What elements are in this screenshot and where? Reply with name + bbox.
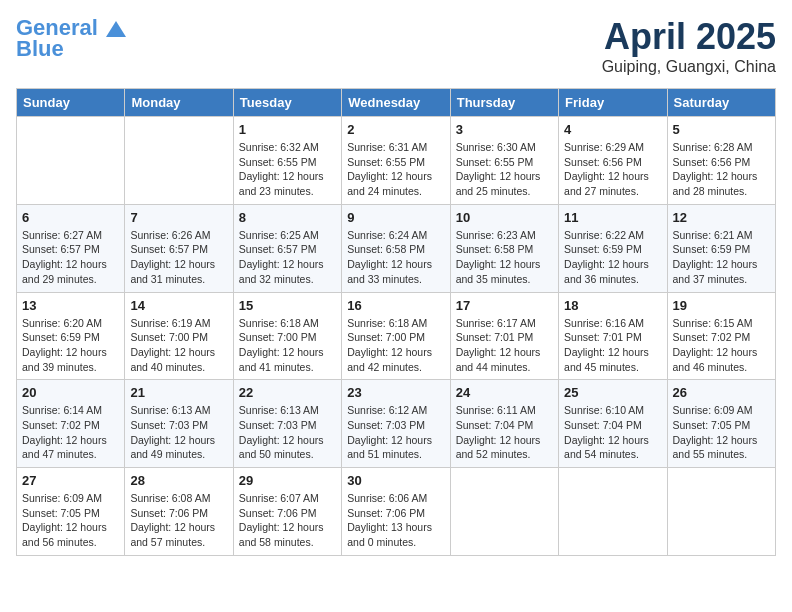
calendar-day-25: 25Sunrise: 6:10 AMSunset: 7:04 PMDayligh… (559, 380, 667, 468)
day-number: 17 (456, 298, 553, 313)
day-number: 14 (130, 298, 227, 313)
logo: General Blue (16, 16, 126, 62)
month-title: April 2025 (602, 16, 776, 58)
calendar-week-row: 13Sunrise: 6:20 AMSunset: 6:59 PMDayligh… (17, 292, 776, 380)
calendar-table: SundayMondayTuesdayWednesdayThursdayFrid… (16, 88, 776, 556)
day-info: Sunrise: 6:28 AMSunset: 6:56 PMDaylight:… (673, 140, 770, 199)
day-info: Sunrise: 6:07 AMSunset: 7:06 PMDaylight:… (239, 491, 336, 550)
day-info: Sunrise: 6:31 AMSunset: 6:55 PMDaylight:… (347, 140, 444, 199)
day-info: Sunrise: 6:17 AMSunset: 7:01 PMDaylight:… (456, 316, 553, 375)
weekday-header-row: SundayMondayTuesdayWednesdayThursdayFrid… (17, 89, 776, 117)
day-number: 13 (22, 298, 119, 313)
calendar-week-row: 1Sunrise: 6:32 AMSunset: 6:55 PMDaylight… (17, 117, 776, 205)
calendar-week-row: 27Sunrise: 6:09 AMSunset: 7:05 PMDayligh… (17, 468, 776, 556)
weekday-header-monday: Monday (125, 89, 233, 117)
day-number: 27 (22, 473, 119, 488)
calendar-day-empty (559, 468, 667, 556)
weekday-header-saturday: Saturday (667, 89, 775, 117)
day-number: 5 (673, 122, 770, 137)
calendar-day-4: 4Sunrise: 6:29 AMSunset: 6:56 PMDaylight… (559, 117, 667, 205)
weekday-header-thursday: Thursday (450, 89, 558, 117)
calendar-day-24: 24Sunrise: 6:11 AMSunset: 7:04 PMDayligh… (450, 380, 558, 468)
day-info: Sunrise: 6:12 AMSunset: 7:03 PMDaylight:… (347, 403, 444, 462)
day-info: Sunrise: 6:21 AMSunset: 6:59 PMDaylight:… (673, 228, 770, 287)
day-info: Sunrise: 6:25 AMSunset: 6:57 PMDaylight:… (239, 228, 336, 287)
day-info: Sunrise: 6:29 AMSunset: 6:56 PMDaylight:… (564, 140, 661, 199)
calendar-day-7: 7Sunrise: 6:26 AMSunset: 6:57 PMDaylight… (125, 204, 233, 292)
day-number: 22 (239, 385, 336, 400)
calendar-day-30: 30Sunrise: 6:06 AMSunset: 7:06 PMDayligh… (342, 468, 450, 556)
calendar-day-20: 20Sunrise: 6:14 AMSunset: 7:02 PMDayligh… (17, 380, 125, 468)
day-info: Sunrise: 6:27 AMSunset: 6:57 PMDaylight:… (22, 228, 119, 287)
location: Guiping, Guangxi, China (602, 58, 776, 76)
day-number: 4 (564, 122, 661, 137)
day-number: 24 (456, 385, 553, 400)
calendar-day-6: 6Sunrise: 6:27 AMSunset: 6:57 PMDaylight… (17, 204, 125, 292)
calendar-day-10: 10Sunrise: 6:23 AMSunset: 6:58 PMDayligh… (450, 204, 558, 292)
day-number: 25 (564, 385, 661, 400)
calendar-day-14: 14Sunrise: 6:19 AMSunset: 7:00 PMDayligh… (125, 292, 233, 380)
day-number: 23 (347, 385, 444, 400)
calendar-day-21: 21Sunrise: 6:13 AMSunset: 7:03 PMDayligh… (125, 380, 233, 468)
day-number: 6 (22, 210, 119, 225)
calendar-day-13: 13Sunrise: 6:20 AMSunset: 6:59 PMDayligh… (17, 292, 125, 380)
calendar-day-28: 28Sunrise: 6:08 AMSunset: 7:06 PMDayligh… (125, 468, 233, 556)
day-number: 28 (130, 473, 227, 488)
day-info: Sunrise: 6:24 AMSunset: 6:58 PMDaylight:… (347, 228, 444, 287)
day-number: 18 (564, 298, 661, 313)
calendar-day-3: 3Sunrise: 6:30 AMSunset: 6:55 PMDaylight… (450, 117, 558, 205)
page-header: General Blue April 2025 Guiping, Guangxi… (16, 16, 776, 76)
day-number: 10 (456, 210, 553, 225)
day-number: 20 (22, 385, 119, 400)
day-number: 11 (564, 210, 661, 225)
day-info: Sunrise: 6:19 AMSunset: 7:00 PMDaylight:… (130, 316, 227, 375)
calendar-week-row: 6Sunrise: 6:27 AMSunset: 6:57 PMDaylight… (17, 204, 776, 292)
svg-marker-0 (106, 21, 126, 37)
day-info: Sunrise: 6:08 AMSunset: 7:06 PMDaylight:… (130, 491, 227, 550)
day-info: Sunrise: 6:09 AMSunset: 7:05 PMDaylight:… (22, 491, 119, 550)
day-number: 26 (673, 385, 770, 400)
calendar-day-11: 11Sunrise: 6:22 AMSunset: 6:59 PMDayligh… (559, 204, 667, 292)
day-info: Sunrise: 6:06 AMSunset: 7:06 PMDaylight:… (347, 491, 444, 550)
calendar-day-1: 1Sunrise: 6:32 AMSunset: 6:55 PMDaylight… (233, 117, 341, 205)
calendar-day-empty (125, 117, 233, 205)
day-number: 30 (347, 473, 444, 488)
day-info: Sunrise: 6:13 AMSunset: 7:03 PMDaylight:… (239, 403, 336, 462)
weekday-header-friday: Friday (559, 89, 667, 117)
calendar-day-16: 16Sunrise: 6:18 AMSunset: 7:00 PMDayligh… (342, 292, 450, 380)
calendar-day-22: 22Sunrise: 6:13 AMSunset: 7:03 PMDayligh… (233, 380, 341, 468)
day-info: Sunrise: 6:18 AMSunset: 7:00 PMDaylight:… (347, 316, 444, 375)
day-info: Sunrise: 6:16 AMSunset: 7:01 PMDaylight:… (564, 316, 661, 375)
day-number: 1 (239, 122, 336, 137)
day-number: 29 (239, 473, 336, 488)
calendar-day-17: 17Sunrise: 6:17 AMSunset: 7:01 PMDayligh… (450, 292, 558, 380)
day-info: Sunrise: 6:09 AMSunset: 7:05 PMDaylight:… (673, 403, 770, 462)
day-number: 21 (130, 385, 227, 400)
day-info: Sunrise: 6:30 AMSunset: 6:55 PMDaylight:… (456, 140, 553, 199)
calendar-day-empty (17, 117, 125, 205)
calendar-day-23: 23Sunrise: 6:12 AMSunset: 7:03 PMDayligh… (342, 380, 450, 468)
day-number: 16 (347, 298, 444, 313)
calendar-day-empty (450, 468, 558, 556)
weekday-header-wednesday: Wednesday (342, 89, 450, 117)
day-info: Sunrise: 6:11 AMSunset: 7:04 PMDaylight:… (456, 403, 553, 462)
day-number: 15 (239, 298, 336, 313)
calendar-day-2: 2Sunrise: 6:31 AMSunset: 6:55 PMDaylight… (342, 117, 450, 205)
calendar-day-26: 26Sunrise: 6:09 AMSunset: 7:05 PMDayligh… (667, 380, 775, 468)
weekday-header-sunday: Sunday (17, 89, 125, 117)
day-info: Sunrise: 6:22 AMSunset: 6:59 PMDaylight:… (564, 228, 661, 287)
day-info: Sunrise: 6:18 AMSunset: 7:00 PMDaylight:… (239, 316, 336, 375)
weekday-header-tuesday: Tuesday (233, 89, 341, 117)
calendar-day-29: 29Sunrise: 6:07 AMSunset: 7:06 PMDayligh… (233, 468, 341, 556)
calendar-week-row: 20Sunrise: 6:14 AMSunset: 7:02 PMDayligh… (17, 380, 776, 468)
day-info: Sunrise: 6:14 AMSunset: 7:02 PMDaylight:… (22, 403, 119, 462)
calendar-day-empty (667, 468, 775, 556)
calendar-day-8: 8Sunrise: 6:25 AMSunset: 6:57 PMDaylight… (233, 204, 341, 292)
day-number: 8 (239, 210, 336, 225)
day-info: Sunrise: 6:10 AMSunset: 7:04 PMDaylight:… (564, 403, 661, 462)
day-number: 7 (130, 210, 227, 225)
day-info: Sunrise: 6:26 AMSunset: 6:57 PMDaylight:… (130, 228, 227, 287)
day-number: 19 (673, 298, 770, 313)
day-info: Sunrise: 6:15 AMSunset: 7:02 PMDaylight:… (673, 316, 770, 375)
day-number: 3 (456, 122, 553, 137)
